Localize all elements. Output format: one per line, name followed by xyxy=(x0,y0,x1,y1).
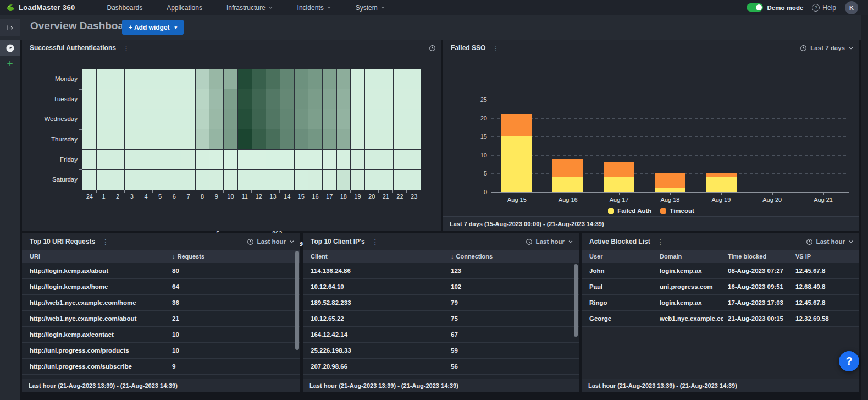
table-cell: 164.12.42.14 xyxy=(311,327,446,342)
left-rail: + xyxy=(0,40,20,400)
time-range-dropdown[interactable]: Last hour xyxy=(526,238,573,245)
table-cell: Ringo xyxy=(589,295,655,310)
column-header-requests[interactable]: ↓Requests xyxy=(172,250,204,263)
table-body: http://login.kemp.ax/about80http://login… xyxy=(22,263,300,379)
nav-item-infrastructure[interactable]: Infrastructure xyxy=(217,0,283,15)
axis-tick xyxy=(350,190,351,193)
toggle-switch-icon[interactable] xyxy=(747,3,763,12)
topnav-right: Demo mode ? Help K xyxy=(747,1,868,14)
help-button[interactable]: ? Help xyxy=(812,4,836,12)
column-header-uri[interactable]: URI xyxy=(30,250,40,263)
axis-tick xyxy=(110,190,110,193)
heatmap-cell xyxy=(196,69,209,89)
kebab-menu-icon[interactable]: ⋮ xyxy=(372,238,379,246)
column-header-label: Time blocked xyxy=(728,253,766,260)
axis-tick xyxy=(79,109,82,109)
heatmap-cell xyxy=(323,129,336,149)
table-row: Johnlogin.kemp.ax08-Aug-2023 07:2712.45.… xyxy=(582,263,859,279)
heatmap-cell xyxy=(365,170,379,190)
table-cell: 12.45.67.8 xyxy=(795,263,841,278)
nav-item-label: Incidents xyxy=(297,4,324,12)
avatar[interactable]: K xyxy=(845,1,858,14)
x-axis-label: Aug 21 xyxy=(798,196,849,203)
add-widget-button[interactable]: + Add widget ▾ xyxy=(122,20,184,35)
bar-segment-failed-auth xyxy=(501,136,532,192)
table-cell: 79 xyxy=(451,295,562,310)
caret-down-icon: ▾ xyxy=(175,25,178,30)
heatmap-cell xyxy=(167,109,181,129)
column-header-connections[interactable]: ↓Connections xyxy=(451,250,493,263)
help-icon: ? xyxy=(812,4,820,12)
heatmap-cell xyxy=(323,69,336,89)
widget-footer: Last hour (21-Aug-2023 13:39) - (21-Aug-… xyxy=(22,379,300,392)
logo[interactable]: LoadMaster 360 xyxy=(0,3,75,13)
heatmap-row-label: Tuesday xyxy=(22,89,78,109)
heatmap-cell xyxy=(351,150,364,169)
demo-mode-toggle[interactable]: Demo mode xyxy=(747,3,803,12)
table-scrollbar[interactable] xyxy=(574,264,578,375)
widget-failed-sso: Failed SSO ⋮ Last 7 days 0510152025Aug 1… xyxy=(443,40,859,231)
nav-item-dashboards[interactable]: Dashboards xyxy=(97,0,152,15)
sort-desc-icon: ↓ xyxy=(451,253,454,260)
kebab-menu-icon[interactable]: ⋮ xyxy=(102,238,109,246)
axis-tick xyxy=(223,190,224,193)
table-cell: http://web1.nyc.example.com/about xyxy=(30,311,168,326)
bar-aug18 xyxy=(655,173,685,192)
nav-item-label: Applications xyxy=(167,4,202,12)
table-cell: 16-Aug-2023 09:51 xyxy=(728,279,791,294)
heatmap-cell xyxy=(252,89,266,109)
heatmap-cell xyxy=(97,69,110,89)
table-cell: 64 xyxy=(172,279,281,294)
heatmap-cell xyxy=(280,129,294,149)
heatmap-cell xyxy=(379,150,393,169)
heatmap-cell xyxy=(153,109,167,129)
axis-tick xyxy=(79,169,82,170)
table-row: 212.210.107.3524 xyxy=(303,375,579,379)
heatmap-cell xyxy=(252,129,266,149)
table-body: 114.136.24.8612310.12.64.10102189.52.82.… xyxy=(303,263,579,379)
collapse-arrow-icon xyxy=(6,24,14,31)
column-header-label: Connections xyxy=(456,253,493,260)
heatmap-cell xyxy=(365,109,379,129)
time-range-dropdown[interactable]: Last hour xyxy=(247,238,295,245)
heatmap-cell xyxy=(308,129,322,149)
table-row: http://uni.progress.com/subscribe9 xyxy=(22,359,300,375)
heatmap-cell xyxy=(125,170,139,190)
axis-tick xyxy=(79,89,82,90)
heatmap-cell xyxy=(139,89,153,109)
heatmap-cell xyxy=(110,170,124,190)
axis-tick xyxy=(619,193,620,195)
kebab-menu-icon[interactable]: ⋮ xyxy=(657,238,664,246)
axis-tick xyxy=(392,190,393,193)
page-scrollbar[interactable] xyxy=(861,15,868,400)
scrollbar-thumb[interactable] xyxy=(574,264,578,337)
nav-item-incidents[interactable]: Incidents xyxy=(288,0,341,15)
heatmap-cell xyxy=(379,109,393,129)
heatmap-cell xyxy=(209,170,223,190)
time-range-dropdown[interactable]: Last 7 days xyxy=(800,45,854,52)
heatmap-col-label: 20 xyxy=(364,193,379,200)
column-header-client[interactable]: Client xyxy=(311,250,328,263)
rail-add-widget-button[interactable]: + xyxy=(0,56,20,72)
table-cell: 21 xyxy=(172,311,281,326)
heatmap-cell xyxy=(337,109,351,129)
nav-item-applications[interactable]: Applications xyxy=(157,0,212,15)
kebab-menu-icon[interactable]: ⋮ xyxy=(492,44,499,52)
table-cell: http://login.kemp.ax/contact xyxy=(30,327,168,342)
heatmap-cell xyxy=(337,170,351,190)
scrollbar-thumb[interactable] xyxy=(295,251,299,350)
chevron-down-icon xyxy=(268,5,273,10)
widget-footer: Last 7 days (15-Aug-2023 00:00) - (21-Au… xyxy=(443,216,859,231)
table-scrollbar[interactable] xyxy=(295,251,299,375)
heatmap-cell xyxy=(209,129,223,149)
heatmap-cell xyxy=(110,150,124,169)
table-cell: http://login.kemp.ax/about xyxy=(30,263,168,278)
rail-dashboard-item[interactable] xyxy=(0,40,20,56)
help-fab[interactable]: ? xyxy=(839,351,859,371)
logo-text: LoadMaster 360 xyxy=(19,3,75,12)
table-cell: http://login.kemp.ax/home xyxy=(30,279,168,294)
time-range-dropdown[interactable]: Last hour xyxy=(806,238,854,245)
nav-item-system[interactable]: System xyxy=(346,0,395,15)
sidebar-collapse-button[interactable] xyxy=(0,19,20,36)
heatmap-cell xyxy=(82,69,96,89)
